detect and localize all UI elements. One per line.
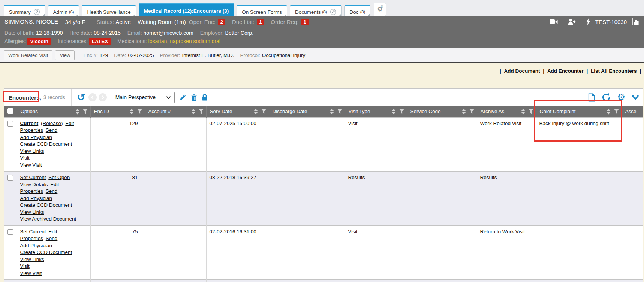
option-link[interactable]: View Archived Document — [20, 216, 76, 222]
tab-admin[interactable]: Admin (6) — [48, 5, 79, 16]
sort-icon[interactable] — [330, 109, 334, 115]
popout-icon[interactable] — [330, 9, 337, 15]
sort-icon[interactable] — [521, 109, 525, 115]
sort-icon[interactable] — [392, 109, 396, 115]
list-all-encounters-link[interactable]: List All Encounters — [591, 68, 637, 74]
popout-icon[interactable] — [33, 9, 40, 15]
employer-label: Employer: — [200, 30, 224, 36]
column-header-enc-id[interactable]: Enc ID — [90, 106, 145, 117]
sort-icon[interactable] — [191, 109, 195, 115]
video-camera-icon[interactable] — [550, 19, 558, 24]
add-document-link[interactable]: Add Document — [504, 68, 540, 74]
option-link[interactable]: Set Open — [48, 175, 70, 180]
column-header-options[interactable]: Options — [17, 106, 90, 117]
person-add-icon[interactable] — [568, 19, 576, 25]
column-header-account[interactable]: Account # — [145, 106, 206, 117]
work-related-visit-button[interactable]: Work Related Visit — [4, 50, 52, 60]
column-header-service-code[interactable]: Service Code — [407, 106, 477, 117]
column-header-chief-complaint[interactable]: Chief Complaint — [536, 106, 622, 117]
allergy-badge[interactable]: Vicodin — [27, 38, 51, 45]
option-link[interactable]: Send — [46, 127, 58, 133]
bolt-icon[interactable] — [586, 18, 590, 25]
filter-funnel-icon[interactable] — [469, 109, 475, 114]
option-link[interactable]: Create CCD Document — [20, 249, 72, 255]
filter-funnel-icon[interactable] — [399, 109, 404, 114]
lock-icon[interactable] — [202, 94, 208, 101]
sort-icon[interactable] — [607, 109, 611, 115]
column-header-visit-type[interactable]: Visit Type — [345, 106, 407, 117]
option-link[interactable]: Properties — [20, 127, 43, 133]
column-header-discharge-date[interactable]: Discharge Date — [269, 106, 345, 117]
open-enc-badge[interactable]: 2 — [218, 19, 225, 25]
encounter-row: Set Current Edit Properties Send Add Phy… — [4, 225, 643, 280]
nav-forward-icon[interactable] — [99, 93, 107, 101]
option-link[interactable]: View Visit — [20, 270, 42, 276]
order-req-badge[interactable]: 1 — [301, 19, 309, 25]
sort-icon[interactable] — [130, 109, 134, 115]
option-link[interactable]: Add Physician — [20, 134, 52, 140]
nav-back-icon[interactable] — [88, 93, 97, 101]
filter-funnel-icon[interactable] — [614, 109, 619, 114]
option-link[interactable]: Send — [46, 236, 58, 241]
option-link[interactable]: View Visit — [20, 162, 42, 168]
tab-doc[interactable]: Doc (8) — [344, 5, 370, 16]
option-link[interactable]: Create CCD Document — [20, 202, 72, 208]
row-checkbox[interactable] — [7, 121, 13, 127]
delete-trash-icon[interactable] — [191, 94, 198, 101]
option-link[interactable]: Send — [46, 188, 58, 194]
sort-icon[interactable] — [462, 109, 466, 115]
tab-medical-record-encounters[interactable]: Medical Record (12):Encounters (3) — [139, 3, 234, 16]
option-link[interactable]: Create CCD Document — [20, 141, 72, 147]
due-list-badge[interactable]: 1 — [257, 19, 264, 25]
column-header-assessment[interactable]: Asse — [622, 106, 643, 117]
refresh-icon[interactable] — [602, 93, 611, 102]
option-link[interactable]: Add Physician — [20, 243, 52, 248]
select-all-checkbox[interactable] — [7, 108, 13, 114]
filter-funnel-icon[interactable] — [528, 109, 534, 114]
option-link[interactable]: View Links — [20, 148, 44, 154]
medications-value[interactable]: losartan, naproxen sodium oral — [148, 38, 220, 44]
perspective-select[interactable]: Main Perspective — [112, 92, 175, 103]
option-link[interactable]: Set Current — [20, 229, 46, 234]
tab-settings-cogs-button[interactable]: ⚙ ⚙ — [374, 3, 386, 16]
option-link[interactable]: Add Physician — [20, 195, 52, 201]
option-link[interactable]: View Links — [20, 209, 44, 215]
column-header-serv-date[interactable]: Serv Date — [206, 106, 269, 117]
view-button[interactable]: View — [55, 50, 75, 60]
tab-health-surveillance[interactable]: Health Surveillance — [82, 5, 136, 16]
grid-settings-gear-icon[interactable]: ⚙ — [617, 93, 625, 102]
new-document-icon[interactable] — [588, 93, 595, 102]
option-link[interactable]: Set Current — [20, 175, 46, 180]
tab-summary[interactable]: Summary — [4, 5, 45, 16]
option-link[interactable]: Current — [20, 121, 39, 126]
filter-funnel-icon[interactable] — [198, 109, 204, 114]
sort-icon[interactable] — [254, 109, 258, 115]
option-link[interactable]: Properties — [20, 236, 43, 241]
option-link[interactable]: Visit — [20, 155, 30, 161]
collapse-chevron-down-icon[interactable] — [632, 95, 639, 100]
chart-icon[interactable] — [632, 18, 640, 25]
option-link[interactable]: Edit — [48, 229, 57, 234]
add-encounter-link[interactable]: Add Encounter — [547, 68, 584, 74]
option-link[interactable]: View Links — [20, 257, 44, 262]
filter-funnel-icon[interactable] — [82, 109, 88, 114]
option-link[interactable]: (Release) — [41, 121, 63, 126]
undo-icon[interactable]: ↺ — [77, 93, 85, 103]
option-link[interactable]: Edit — [50, 182, 59, 187]
filter-funnel-icon[interactable] — [261, 109, 267, 114]
select-all-header[interactable] — [4, 106, 17, 117]
option-link[interactable]: Properties — [20, 188, 43, 194]
row-checkbox[interactable] — [7, 229, 13, 235]
row-checkbox[interactable] — [7, 175, 13, 181]
filter-funnel-icon[interactable] — [137, 109, 142, 114]
filter-funnel-icon[interactable] — [337, 109, 343, 114]
tab-on-screen-forms[interactable]: On Screen Forms — [237, 5, 287, 16]
option-link[interactable]: Visit — [20, 263, 30, 269]
edit-pencil-icon[interactable] — [179, 94, 187, 101]
tab-documents[interactable]: Documents (8) — [290, 5, 342, 16]
intolerance-badge[interactable]: LATEX — [89, 38, 111, 45]
option-link[interactable]: View Details — [20, 182, 48, 187]
column-header-archive-as[interactable]: Archive As — [477, 106, 536, 117]
sort-icon[interactable] — [75, 109, 79, 115]
option-link[interactable]: Edit — [65, 121, 74, 126]
